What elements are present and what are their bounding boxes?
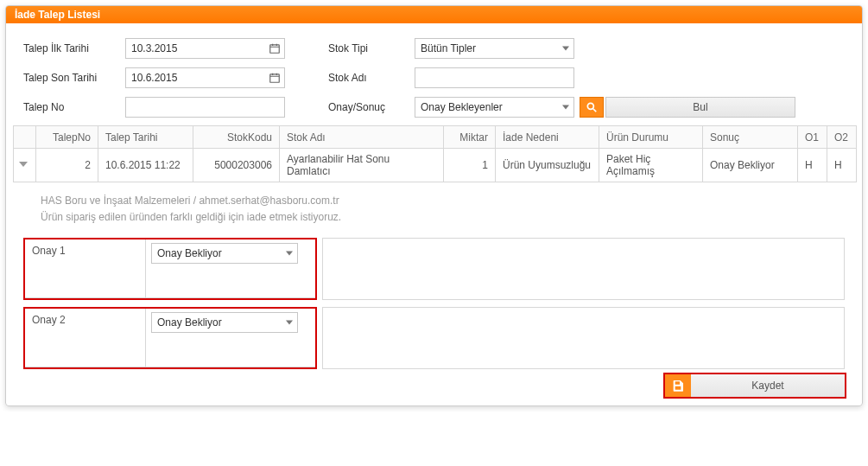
col-stok-adi[interactable]: Stok Adı — [280, 126, 444, 149]
cell-iade-nedeni: Ürün Uyumsuzluğu — [496, 149, 599, 182]
approval-2-comment[interactable] — [322, 307, 845, 369]
col-talep-tarihi[interactable]: Talep Tarihi — [98, 126, 193, 149]
approval-1-comment[interactable] — [322, 238, 845, 300]
table-header-row: TalepNo Talep Tarihi StokKodu Stok Adı M… — [14, 126, 857, 149]
cell-talep-tarihi: 10.6.2015 11:22 — [98, 149, 193, 182]
select-stok-tipi[interactable]: Bütün Tipler — [415, 38, 574, 59]
approval-1-label: Onay 1 — [25, 239, 146, 298]
col-o2[interactable]: O2 — [827, 126, 857, 149]
approval-2-select[interactable]: Onay Bekliyor — [151, 312, 298, 333]
label-talep-ilk-tarihi: Talep İlk Tarihi — [23, 42, 125, 54]
chevron-down-icon — [562, 47, 569, 51]
detail-line-2: Ürün sipariş edilen üründen farklı geldi… — [41, 209, 827, 226]
col-expand — [14, 126, 36, 149]
row-detail: HAS Boru ve İnşaat Malzemeleri / ahmet.s… — [6, 182, 862, 238]
iade-talep-panel: İade Talep Listesi Talep İlk Tarihi Tale… — [5, 5, 863, 406]
detail-line-1: HAS Boru ve İnşaat Malzemeleri / ahmet.s… — [41, 193, 827, 209]
chevron-down-icon — [286, 321, 293, 325]
chevron-down-icon — [19, 162, 28, 167]
chevron-down-icon — [286, 252, 293, 256]
col-urun-durumu[interactable]: Ürün Durumu — [599, 126, 703, 149]
results-table: TalepNo Talep Tarihi StokKodu Stok Adı M… — [13, 125, 857, 182]
cell-sonuc: Onay Bekliyor — [703, 149, 798, 182]
save-button[interactable]: Kaydet — [663, 373, 846, 399]
filter-area: Talep İlk Tarihi Talep Son Tarihi — [6, 23, 862, 125]
cell-o1: H — [798, 149, 827, 182]
cell-stok-kodu: 5000203006 — [193, 149, 280, 182]
label-talep-no: Talep No — [23, 101, 125, 113]
col-talepno[interactable]: TalepNo — [36, 126, 98, 149]
select-onay-sonuc[interactable]: Onay Bekleyenler — [415, 97, 574, 118]
cell-miktar: 1 — [444, 149, 496, 182]
table-row[interactable]: 2 10.6.2015 11:22 5000203006 Ayarlanabil… — [14, 149, 857, 182]
svg-line-9 — [593, 109, 597, 112]
approval-1-select[interactable]: Onay Bekliyor — [151, 243, 298, 264]
bul-button[interactable]: Bul — [605, 97, 795, 118]
save-icon — [665, 374, 691, 397]
input-stok-adi[interactable] — [415, 67, 574, 88]
col-o1[interactable]: O1 — [798, 126, 827, 149]
col-sonuc[interactable]: Sonuç — [703, 126, 798, 149]
input-talep-no[interactable] — [125, 97, 285, 118]
save-button-label: Kaydet — [691, 374, 845, 397]
chevron-down-icon — [562, 105, 569, 110]
label-stok-tipi: Stok Tipi — [328, 42, 415, 54]
approval-row-2: Onay 2 Onay Bekliyor — [23, 307, 845, 369]
input-talep-son-tarihi[interactable] — [125, 67, 285, 88]
cell-stok-adi: Ayarlanabilir Hat Sonu Damlatıcı — [280, 149, 444, 182]
svg-point-8 — [587, 103, 593, 109]
col-miktar[interactable]: Miktar — [444, 126, 496, 149]
label-stok-adi: Stok Adı — [328, 72, 415, 84]
approval-row-1: Onay 1 Onay Bekliyor — [23, 238, 845, 300]
search-button[interactable] — [580, 97, 604, 118]
cell-talepno: 2 — [36, 149, 98, 182]
label-onay-sonuc: Onay/Sonuç — [328, 101, 415, 113]
approvals-area: Onay 1 Onay Bekliyor Onay 2 Onay Bekliyo… — [6, 238, 862, 369]
col-iade-nedeni[interactable]: İade Nedeni — [496, 126, 599, 149]
label-talep-son-tarihi: Talep Son Tarihi — [23, 72, 125, 84]
panel-title: İade Talep Listesi — [6, 6, 862, 23]
input-talep-ilk-tarihi[interactable] — [125, 38, 285, 59]
cell-urun-durumu: Paket Hiç Açılmamış — [599, 149, 703, 182]
footer-row: Kaydet — [6, 369, 862, 405]
expand-toggle[interactable] — [14, 149, 36, 182]
approval-2-label: Onay 2 — [25, 309, 146, 367]
col-stok-kodu[interactable]: StokKodu — [193, 126, 280, 149]
cell-o2: H — [827, 149, 857, 182]
